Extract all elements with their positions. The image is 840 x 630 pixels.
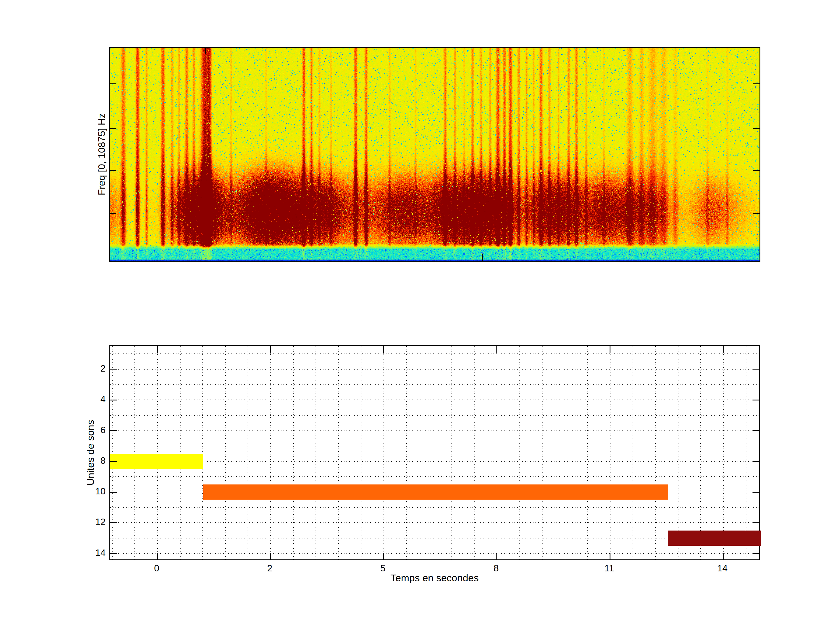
x-tick-label: 14	[717, 563, 728, 574]
freq-axis-tick	[753, 84, 759, 84]
y-tick	[753, 492, 759, 493]
x-grid-line	[180, 346, 180, 559]
time-axis-tick	[482, 254, 483, 261]
freq-axis-tick	[110, 213, 116, 214]
x-tick	[496, 553, 497, 559]
x-grid-line	[746, 346, 746, 559]
freq-axis-tick	[753, 213, 759, 214]
figure: Freq [0, 10875] Hz Unites de sons Temps …	[0, 0, 840, 630]
y-grid-line	[110, 446, 759, 446]
x-grid-line	[406, 346, 407, 559]
freq-axis-tick	[753, 170, 759, 171]
x-grid-line	[700, 346, 701, 559]
y-grid-line	[110, 399, 759, 400]
x-grid-line	[678, 346, 678, 559]
y-tick-label: 12	[68, 516, 106, 527]
x-grid-line	[474, 346, 475, 559]
x-tick	[270, 553, 271, 559]
time-axis-tick	[205, 48, 205, 54]
y-tick-label: 14	[68, 547, 106, 558]
x-tick	[496, 346, 497, 353]
y-grid-line	[110, 507, 759, 508]
x-grid-line	[316, 346, 316, 559]
y-grid-line	[110, 538, 759, 538]
x-tick	[723, 553, 724, 559]
y-grid-line	[110, 431, 759, 431]
x-grid-line	[361, 346, 362, 559]
x-grid-line	[338, 346, 339, 559]
x-tick	[609, 346, 611, 353]
x-grid-line	[248, 346, 248, 559]
segments-plot	[109, 345, 760, 560]
y-tick-label: 10	[68, 486, 106, 497]
x-grid-line	[225, 346, 226, 559]
y-grid-line	[110, 384, 759, 385]
segment-bar-unit-10	[203, 485, 668, 500]
x-tick-label: 11	[604, 563, 614, 574]
x-tick	[383, 346, 384, 353]
x-tick-label: 5	[381, 563, 385, 574]
x-grid-line	[134, 346, 135, 559]
x-tick	[609, 553, 611, 559]
x-grid-line	[723, 346, 724, 559]
segment-bar-unit-8	[110, 454, 203, 469]
y-tick	[110, 369, 117, 369]
x-grid-line	[610, 346, 611, 559]
x-grid-line	[202, 346, 203, 559]
y-tick	[753, 553, 759, 554]
y-tick	[753, 369, 759, 369]
y-tick	[753, 461, 759, 462]
spectrogram-ylabel: Freq [0, 10875] Hz	[96, 113, 107, 196]
y-grid-line	[110, 476, 759, 477]
y-tick	[110, 492, 117, 493]
x-tick-label: 2	[267, 563, 272, 574]
x-grid-line	[452, 346, 452, 559]
y-tick	[110, 523, 117, 523]
y-grid-line	[110, 553, 759, 554]
x-grid-line	[429, 346, 429, 559]
x-grid-line	[157, 346, 158, 559]
x-tick	[157, 553, 158, 559]
x-grid-line	[497, 346, 497, 559]
freq-axis-tick	[110, 170, 116, 171]
segment-bar-unit-13	[668, 531, 761, 546]
y-tick	[110, 430, 117, 431]
segments-xlabel: Temps en secondes	[390, 572, 478, 584]
x-tick	[270, 346, 271, 353]
y-tick	[753, 399, 759, 401]
y-grid-line	[110, 354, 759, 354]
x-tick-label: 0	[154, 563, 159, 574]
freq-axis-tick	[110, 84, 116, 84]
y-tick	[753, 523, 759, 523]
y-tick-label: 2	[68, 363, 106, 374]
x-grid-line	[384, 346, 384, 559]
spectrogram-image	[110, 48, 759, 261]
x-grid-line	[270, 346, 271, 559]
x-grid-line	[633, 346, 633, 559]
x-tick	[383, 553, 384, 559]
y-tick-label: 8	[68, 455, 106, 466]
x-grid-line	[519, 346, 520, 559]
y-tick	[753, 430, 759, 431]
x-grid-line	[655, 346, 656, 559]
freq-axis-tick	[753, 128, 759, 129]
y-grid-line	[110, 461, 759, 462]
y-grid-line	[110, 415, 759, 415]
y-tick-label: 4	[68, 394, 106, 404]
y-tick	[110, 461, 117, 462]
y-grid-line	[110, 369, 759, 369]
x-grid-line	[112, 346, 112, 559]
x-grid-line	[542, 346, 543, 559]
y-tick	[110, 399, 117, 401]
spectrogram-plot	[109, 47, 760, 262]
x-tick	[723, 346, 724, 353]
x-grid-line	[293, 346, 294, 559]
y-tick-label: 6	[68, 425, 106, 435]
x-grid-line	[587, 346, 588, 559]
x-tick	[157, 346, 158, 353]
y-grid-line	[110, 523, 759, 523]
y-tick	[110, 553, 117, 554]
x-grid-line	[565, 346, 565, 559]
x-tick-label: 8	[494, 563, 499, 574]
freq-axis-tick	[110, 128, 116, 129]
